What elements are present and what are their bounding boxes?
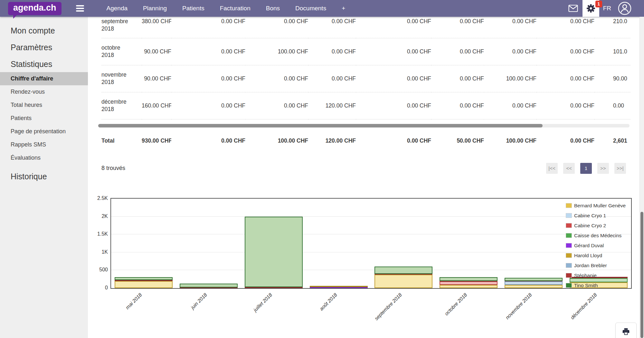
bar-segment[interactable] [115,277,173,280]
bar-segment[interactable] [245,217,303,287]
month-cell: octobre2018 [101,38,142,65]
bar-segment[interactable] [505,278,563,281]
legend-item[interactable]: Cabine Cryo 2 [566,221,626,230]
prev-page-button[interactable]: << [563,163,575,174]
notification-badge: 1 [595,1,602,7]
nav-item-patients[interactable]: Patients [182,5,204,12]
vertical-scrollbar[interactable] [639,17,644,338]
legend-item[interactable]: Tino Smith [566,280,626,290]
sidebar-item-parametres[interactable]: Paramètres [0,42,88,52]
bar-segment[interactable] [115,281,173,288]
x-axis-label: août 2018 [318,292,338,312]
main-content: septembre2018380.00 CHF0.00 CHF0.00 CHF0… [88,17,639,338]
table-row: décembre2018160.00 CHF0.00 CHF0.00 CHF12… [101,92,630,119]
amount-cell: 0.00 CHF [245,92,308,119]
legend-label: Cabine Cryo 1 [574,213,606,219]
last-page-button[interactable]: >>| [614,163,626,174]
legend-swatch [566,273,572,278]
bar-segment[interactable] [374,275,432,288]
app-logo[interactable]: agenda.ch [8,2,62,15]
amount-cell: 0.00 CHF [536,17,594,38]
nav-item-planning[interactable]: Planning [143,5,167,12]
sidebar-item-mon-compte[interactable]: Mon compte [0,26,88,35]
legend-swatch [566,223,572,228]
nav-item-agenda[interactable]: Agenda [107,5,128,12]
sidebar-item-rendez-vous[interactable]: Rendez-vous [0,85,88,99]
settings-gear-icon[interactable]: 1 [582,0,599,17]
legend-item[interactable]: Gérard Duval [566,240,626,250]
amount-cell: 90.00 CHF [142,65,171,92]
amount-cell: 0.00 CHF [245,17,308,38]
amount-cell: 0.00 CHF [171,17,245,38]
bar-segment[interactable] [374,267,432,274]
amount-cell: 0.00 [594,92,630,119]
nav-item-add[interactable]: + [342,5,345,12]
sidebar-item-statistiques[interactable]: Statistiques [0,59,88,69]
month-year: 2018 [101,106,142,113]
month-year: 2018 [101,52,142,59]
horizontal-scrollbar[interactable] [98,124,630,127]
vertical-scrollbar-thumb[interactable] [640,212,643,338]
legend-label: Tino Smith [574,283,598,288]
legend-label: Harold Lloyd [574,253,602,258]
total-amount-cell: 100.00 CHF [484,127,536,155]
bar-segment[interactable] [505,281,563,285]
revenue-chart: 05001K1.5K2K2.5KBernard Muller GenèveCab… [110,198,632,336]
amount-cell: 0.00 CHF [536,38,594,65]
total-amount-cell: 100.00 CHF [245,127,308,155]
bar-segment[interactable] [440,285,497,288]
amount-cell: 100.00 CHF [484,65,536,92]
sidebar-item-chiffre-d-affaire[interactable]: Chiffre d'affaire [0,72,88,85]
sidebar-item-historique[interactable]: Historique [0,172,88,181]
nav-item-facturation[interactable]: Facturation [220,5,251,12]
nav-item-documents[interactable]: Documents [295,5,326,12]
hamburger-menu-icon[interactable] [76,5,84,12]
legend-item[interactable]: Harold Lloyd [566,250,626,260]
chart-plot-area: 05001K1.5K2K2.5KBernard Muller GenèveCab… [110,198,632,289]
total-amount-cell: 930.00 CHF [142,127,171,155]
legend-item[interactable]: Cabine Cryo 1 [566,211,626,221]
x-axis-label: octobre 2018 [443,292,468,317]
legend-item[interactable]: Stéphanie [566,270,626,280]
page-1-button[interactable]: 1 [580,163,592,174]
total-row: Total930.00 CHF0.00 CHF100.00 CHF120.00 … [101,127,630,155]
month-cell: décembre2018 [101,92,142,119]
sidebar-item-total-heures[interactable]: Total heures [0,99,88,112]
language-selector[interactable]: FR [603,5,611,12]
table-row: septembre2018380.00 CHF0.00 CHF0.00 CHF0… [101,17,630,38]
legend-label: Gérard Duval [574,243,604,249]
navbar-right: 1 FR [564,0,644,17]
print-button[interactable] [615,323,637,338]
sidebar-item-rappels-sms[interactable]: Rappels SMS [0,138,88,151]
first-page-button[interactable]: |<< [546,163,558,174]
legend-label: Caisse des Médecins [574,233,621,239]
amount-cell: 0.00 CHF [431,65,484,92]
gridline [111,234,631,234]
pagination: |<<<<1>>>>| [546,163,626,174]
nav-item-bons[interactable]: Bons [266,5,280,12]
legend-item[interactable]: Jordan Brebler [566,260,626,270]
month-name: octobre [101,44,142,52]
bar-segment[interactable] [440,281,497,285]
horizontal-scrollbar-thumb[interactable] [98,124,543,127]
amount-cell: 0.00 CHF [171,65,245,92]
bar-segment[interactable] [310,286,368,287]
amount-cell: 210.0 [594,17,630,38]
bar-segment[interactable] [180,284,238,287]
legend-swatch [566,233,572,238]
mail-icon[interactable] [564,0,582,17]
amount-cell: 0.00 CHF [484,17,536,38]
amount-cell: 0.00 CHF [171,92,245,119]
sidebar-item-evaluations[interactable]: Évaluations [0,151,88,164]
bar-segment[interactable] [505,285,563,288]
month-name: septembre [101,18,142,25]
user-avatar-icon[interactable] [615,0,634,17]
next-page-button[interactable]: >> [597,163,609,174]
legend-item[interactable]: Caisse des Médecins [566,230,626,240]
bar-segment[interactable] [440,277,497,281]
legend-item[interactable]: Bernard Muller Genève [566,201,626,211]
sidebar-item-patients[interactable]: Patients [0,112,88,125]
gridline [111,216,631,217]
table-row: octobre201890.00 CHF0.00 CHF100.00 CHF0.… [101,38,630,65]
sidebar-item-page-de-presentation[interactable]: Page de présentation [0,125,88,138]
